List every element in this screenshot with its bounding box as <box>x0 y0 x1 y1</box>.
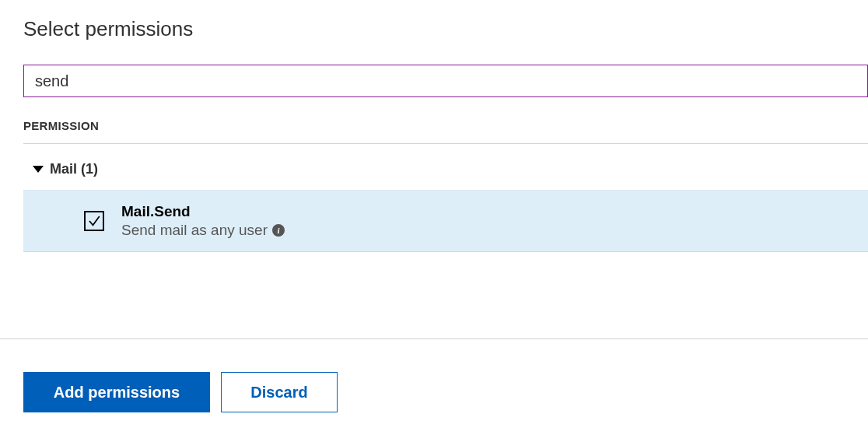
permission-row[interactable]: Mail.Send Send mail as any user i <box>23 190 868 252</box>
info-icon[interactable]: i <box>272 224 285 237</box>
search-input[interactable] <box>23 65 868 97</box>
permission-name: Mail.Send <box>121 203 285 220</box>
permission-description: Send mail as any user <box>121 222 268 239</box>
permission-text: Mail.Send Send mail as any user i <box>121 203 285 239</box>
add-permissions-button[interactable]: Add permissions <box>23 372 210 412</box>
permission-description-row: Send mail as any user i <box>121 222 285 239</box>
panel-title: Select permissions <box>23 17 868 41</box>
select-permissions-panel: Select permissions PERMISSION Mail (1) M… <box>0 0 868 442</box>
caret-down-icon <box>33 166 44 173</box>
column-header-permission[interactable]: PERMISSION <box>23 119 868 144</box>
footer-divider <box>0 339 868 339</box>
permission-checkbox[interactable] <box>84 211 104 231</box>
permission-group-header[interactable]: Mail (1) <box>23 144 868 190</box>
search-wrapper <box>23 65 868 97</box>
checkmark-icon <box>87 214 101 228</box>
discard-button[interactable]: Discard <box>221 372 338 412</box>
footer-actions: Add permissions Discard <box>23 372 338 412</box>
permission-group-label: Mail (1) <box>50 161 98 177</box>
